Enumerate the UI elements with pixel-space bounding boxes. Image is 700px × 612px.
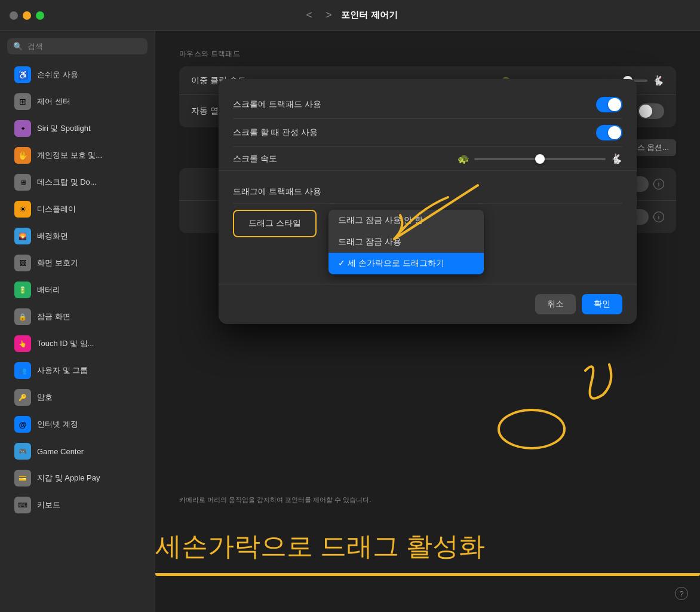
scroll-inertia-toggle[interactable]: [596, 125, 622, 140]
sidebar-item-label: 배터리: [37, 284, 60, 295]
title-bar: < > 포인터 제어기: [0, 0, 700, 31]
search-input[interactable]: [27, 42, 142, 51]
sidebar-item-touch-id[interactable]: 👆 Touch ID 및 임...: [5, 331, 150, 357]
sidebar-item-screensaver[interactable]: 🖼 화면 보호기: [5, 250, 150, 276]
dropdown-item-0[interactable]: 드래그 잠금 사용 안 함: [328, 210, 484, 231]
info-button-1[interactable]: i: [653, 179, 664, 189]
sidebar-item-game-center[interactable]: 🎮 Game Center: [5, 438, 150, 464]
section-label: 마우스와 트랙패드: [179, 49, 676, 59]
sidebar-item-siri[interactable]: ✦ Siri 및 Spotlight: [5, 115, 150, 142]
drag-trackpad-row: 드래그에 트랙패드 사용: [233, 180, 622, 204]
trackpad-modal: 스크롤에 트랙패드 사용 스크롤 할 때 관성 사용 스크롤 속도: [219, 79, 637, 324]
sidebar-item-accessibility[interactable]: ♿ 손쉬운 사용: [5, 62, 150, 88]
screensaver-icon: 🖼: [14, 255, 31, 271]
sidebar-item-lock-screen[interactable]: 🔒 잠금 화면: [5, 304, 150, 330]
sidebar-item-privacy[interactable]: ✋ 개인정보 보호 및...: [5, 142, 150, 169]
privacy-icon: ✋: [14, 147, 31, 164]
lock-screen-icon: 🔒: [14, 308, 31, 325]
drag-style-label: 드래그 스타일: [248, 218, 301, 228]
internet-icon: @: [14, 416, 31, 433]
battery-icon: 🔋: [14, 281, 31, 298]
sidebar-item-label: 키보드: [37, 500, 60, 510]
dropdown-item-1[interactable]: 드래그 잠금 사용: [328, 231, 484, 253]
sidebar-item-label: 잠금 화면: [37, 311, 70, 322]
wallpaper-icon: 🌄: [14, 228, 31, 244]
toggle-thumb: [639, 105, 652, 118]
title-center: < > 포인터 제어기: [302, 8, 397, 23]
scroll-section: 스크롤에 트랙패드 사용 스크롤 할 때 관성 사용 스크롤 속도: [219, 79, 637, 170]
scroll-speed-slider[interactable]: [474, 158, 606, 160]
sidebar-item-battery[interactable]: 🔋 배터리: [5, 277, 150, 303]
sidebar-item-label: 인터넷 계정: [37, 419, 78, 430]
scroll-speed-label: 스크롤 속도: [233, 154, 458, 164]
sidebar-item-label: 암호: [37, 392, 53, 403]
confirm-button[interactable]: 확인: [582, 294, 622, 314]
modal-footer: 취소 확인: [219, 284, 637, 324]
scroll-trackpad-toggle[interactable]: [596, 97, 622, 112]
sidebar-item-desktop[interactable]: 🖥 데스크탑 및 Do...: [5, 169, 150, 195]
info-button-2[interactable]: i: [653, 212, 664, 222]
dropdown-item-2[interactable]: ✓ 세 손가락으로 드래그하기: [328, 253, 484, 274]
scroll-speed-row: 스크롤 속도 🐢 🐇: [233, 147, 622, 170]
scroll-trackpad-row: 스크롤에 트랙패드 사용: [233, 91, 622, 119]
back-button[interactable]: <: [302, 8, 316, 23]
auto-open-toggle[interactable]: [638, 103, 664, 119]
traffic-lights: [10, 11, 44, 20]
search-icon: 🔍: [13, 42, 23, 51]
siri-icon: ✦: [14, 120, 31, 137]
scroll-trackpad-label: 스크롤에 트랙패드 사용: [233, 99, 596, 110]
scroll-speed-thumb[interactable]: [535, 154, 545, 164]
sidebar-item-display[interactable]: ☀ 디스플레이: [5, 196, 150, 222]
sidebar-item-wallpaper[interactable]: 🌄 배경화면: [5, 223, 150, 249]
search-box[interactable]: 🔍: [7, 38, 148, 54]
wallet-icon: 💳: [14, 470, 31, 486]
cancel-button[interactable]: 취소: [535, 294, 576, 314]
sidebar-item-label: 손쉬운 사용: [37, 69, 78, 80]
slider-fast-icon: 🐇: [652, 75, 664, 86]
password-icon: 🔑: [14, 389, 31, 406]
touch-id-icon: 👆: [14, 335, 31, 352]
dropdown-menu: 드래그 잠금 사용 안 함 드래그 잠금 사용 ✓ 세 손가락으로 드래그하기: [328, 210, 484, 274]
sidebar-item-password[interactable]: 🔑 암호: [5, 384, 150, 411]
scroll-fast-icon: 🐇: [610, 153, 622, 164]
accessibility-icon: ♿: [14, 66, 31, 83]
close-button[interactable]: [10, 11, 18, 20]
sidebar-item-label: 개인정보 보호 및...: [37, 150, 102, 161]
drag-dropdown: 드래그 잠금 사용 안 함 드래그 잠금 사용 ✓ 세 손가락으로 드래그하기: [328, 210, 484, 274]
sidebar-item-label: 지갑 및 Apple Pay: [37, 473, 100, 484]
drag-trackpad-label: 드래그에 트랙패드 사용: [233, 186, 622, 197]
sidebar-item-users[interactable]: 👥 사용자 및 그룹: [5, 357, 150, 384]
sidebar-item-control-center[interactable]: ⊞ 제어 센터: [5, 88, 150, 115]
game-center-icon: 🎮: [14, 443, 31, 460]
keyboard-icon: ⌨: [14, 497, 31, 513]
control-center-icon: ⊞: [14, 93, 31, 110]
sidebar-item-label: 배경화면: [37, 231, 68, 241]
drag-style-button[interactable]: 드래그 스타일: [233, 210, 317, 237]
sidebar-item-label: Game Center: [37, 447, 84, 456]
sidebar-item-keyboard[interactable]: ⌨ 키보드: [5, 492, 150, 518]
users-icon: 👥: [14, 362, 31, 379]
sidebar-item-wallet[interactable]: 💳 지갑 및 Apple Pay: [5, 465, 150, 491]
sidebar-item-label: 화면 보호기: [37, 258, 78, 268]
desktop-icon: 🖥: [14, 174, 31, 191]
maximize-button[interactable]: [36, 11, 44, 20]
sidebar: 🔍 ♿ 손쉬운 사용 ⊞ 제어 센터 ✦ Siri 및 Spotlight ✋ …: [0, 31, 155, 612]
forward-button[interactable]: >: [322, 8, 336, 23]
display-icon: ☀: [14, 201, 31, 218]
drag-bottom: 드래그 스타일 드래그 잠금 사용 안 함 드래그 잠금 사용 ✓ 세 손가락으…: [233, 210, 622, 274]
scroll-speed-slider-container: 🐢 🐇: [458, 153, 622, 164]
scroll-inertia-label: 스크롤 할 때 관성 사용: [233, 127, 596, 138]
sidebar-item-label: 제어 센터: [37, 96, 70, 107]
scroll-inertia-row: 스크롤 할 때 관성 사용: [233, 119, 622, 147]
scroll-slow-icon: 🐢: [458, 153, 469, 164]
sidebar-item-label: 데스크탑 및 Do...: [37, 177, 97, 188]
sidebar-item-internet[interactable]: @ 인터넷 계정: [5, 411, 150, 437]
toggle-thumb: [608, 98, 621, 111]
page-title: 포인터 제어기: [341, 10, 397, 21]
sidebar-item-label: Siri 및 Spotlight: [37, 123, 91, 134]
help-button[interactable]: ?: [675, 587, 688, 600]
sidebar-item-label: Touch ID 및 임...: [37, 338, 94, 349]
minimize-button[interactable]: [23, 11, 31, 20]
main-layout: 🔍 ♿ 손쉬운 사용 ⊞ 제어 센터 ✦ Siri 및 Spotlight ✋ …: [0, 31, 700, 612]
sidebar-item-label: 디스플레이: [37, 204, 76, 215]
